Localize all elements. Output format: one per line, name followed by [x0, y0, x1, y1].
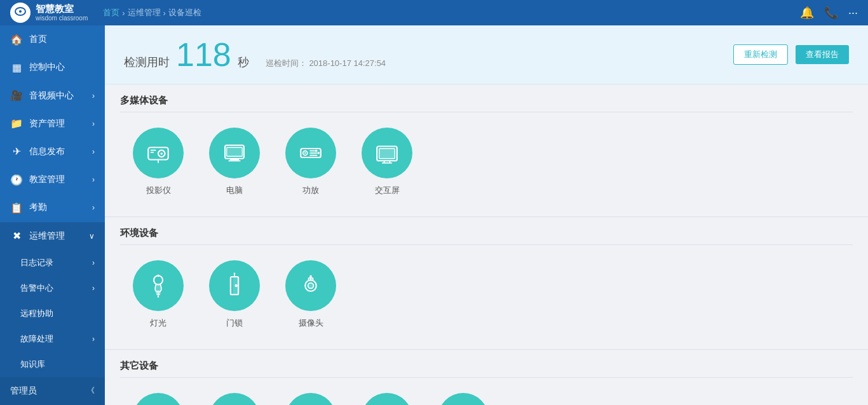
sidebar-sub-ops: 日志记录 › 告警中心 › 远程协助 故障处理 › 知识库 [0, 250, 105, 377]
sidebar-item-attendance[interactable]: 📋 考勤 › [0, 194, 105, 222]
svg-rect-16 [309, 152, 317, 154]
svg-rect-6 [151, 152, 154, 153]
sidebar-item-logs[interactable]: 日志记录 › [0, 250, 105, 276]
other-title: 其它设备 [120, 360, 853, 378]
ops-icon: ✖ [10, 230, 23, 242]
panel-circle [438, 393, 489, 405]
svg-point-30 [158, 296, 159, 298]
info-arrow: › [92, 147, 95, 156]
av-icon: 🎥 [10, 90, 23, 102]
header-time: 巡检时间： 2018-10-17 14:27:54 [266, 58, 386, 69]
header-right: 重新检测 查看报告 [733, 44, 849, 65]
amplifier-label: 功放 [302, 185, 319, 196]
logs-arrow: › [92, 258, 95, 267]
header-number: 118 [176, 38, 231, 71]
sidebar-admin[interactable]: 管理员 《 [0, 377, 105, 405]
svg-point-36 [234, 272, 236, 274]
svg-point-18 [315, 150, 318, 152]
top-bar-left: 智慧教室 wisdom classroom 首页 › 运维管理 › 设备巡检 [10, 3, 201, 23]
device-computer[interactable]: 电脑 [209, 128, 260, 196]
header-pre: 检测用时 [124, 55, 170, 70]
av-arrow: › [92, 91, 95, 100]
broadcast-circle [285, 393, 336, 405]
device-panel[interactable]: 控制面板 [438, 393, 489, 405]
breadcrumb: 首页 › 运维管理 › 设备巡检 [103, 7, 201, 18]
device-camera[interactable]: 摄像头 [285, 260, 336, 329]
sidebar-item-ops[interactable]: ✖ 运维管理 ∨ [0, 222, 105, 250]
sidebar-item-info[interactable]: ✈ 信息发布 › [0, 138, 105, 166]
report-button[interactable]: 查看报告 [796, 45, 849, 64]
classroom-arrow: › [92, 175, 95, 184]
device-projector[interactable]: 投影仪 [133, 128, 184, 196]
door-circle [209, 260, 260, 311]
main-content: 检测用时 118 秒 巡检时间： 2018-10-17 14:27:54 重新检… [105, 25, 868, 405]
top-bar: 智慧教室 wisdom classroom 首页 › 运维管理 › 设备巡检 🔔… [0, 0, 868, 25]
logo-text: 智慧教室 wisdom classroom [36, 3, 88, 22]
classroom-icon: 🕐 [10, 174, 23, 186]
interactive-circle [362, 128, 412, 178]
multimedia-title: 多媒体设备 [120, 95, 853, 112]
gateway-circle [133, 393, 184, 405]
camera-circle [285, 260, 336, 311]
layout: 🏠 首页 ▦ 控制中心 🎥 音视频中心 › 📁 资产管理 › ✈ 信息发布 › … [0, 25, 868, 405]
assets-arrow: › [92, 119, 95, 128]
environment-section: 环境设备 灯光 [105, 216, 868, 349]
admin-arrow: 《 [87, 385, 95, 396]
projector-circle [133, 128, 184, 178]
device-light[interactable]: 灯光 [133, 260, 184, 329]
sidebar-item-remote[interactable]: 远程协助 [0, 301, 105, 326]
svg-point-4 [161, 152, 163, 155]
sidebar-item-fault[interactable]: 故障处理 › [0, 326, 105, 352]
sidebar-item-knowledge[interactable]: 知识库 [0, 352, 105, 377]
svg-point-1 [19, 10, 22, 13]
amplifier-circle [285, 128, 336, 178]
computer-circle [209, 128, 260, 178]
logo-icon [10, 3, 31, 23]
environment-title: 环境设备 [120, 227, 853, 245]
device-amplifier[interactable]: 功放 [285, 128, 336, 196]
svg-rect-10 [228, 160, 240, 161]
alerts-arrow: › [92, 284, 95, 293]
device-door[interactable]: 门锁 [209, 260, 260, 329]
sidebar-item-av[interactable]: 🎥 音视频中心 › [0, 81, 105, 109]
svg-rect-17 [309, 155, 317, 156]
sidebar: 🏠 首页 ▦ 控制中心 🎥 音视频中心 › 📁 资产管理 › ✈ 信息发布 › … [0, 25, 105, 405]
control-icon: ▦ [10, 62, 23, 74]
breadcrumb-home[interactable]: 首页 [103, 7, 119, 18]
multimedia-grid: 投影仪 电脑 [120, 123, 853, 206]
device-gateway[interactable]: 智能网关 [133, 393, 184, 405]
device-software[interactable]: 智能软件 [209, 393, 260, 405]
svg-rect-21 [379, 149, 395, 159]
svg-point-41 [309, 275, 312, 277]
svg-rect-9 [230, 159, 239, 161]
multimedia-section: 多媒体设备 投影仪 [105, 84, 868, 216]
sidebar-item-classroom[interactable]: 🕐 教室管理 › [0, 166, 105, 194]
sidebar-item-assets[interactable]: 📁 资产管理 › [0, 110, 105, 138]
computer-label: 电脑 [226, 185, 243, 196]
svg-rect-11 [227, 147, 243, 156]
sidebar-item-home[interactable]: 🏠 首页 [0, 25, 105, 53]
device-phone[interactable]: IP电话 [362, 393, 412, 405]
ops-arrow: ∨ [89, 232, 95, 241]
device-interactive[interactable]: 交互屏 [362, 128, 412, 196]
other-section: 其它设备 智能网关 [105, 349, 868, 405]
light-circle [133, 260, 184, 311]
svg-point-19 [318, 152, 320, 154]
svg-point-33 [234, 284, 237, 287]
camera-label: 摄像头 [299, 317, 323, 329]
page-header: 检测用时 118 秒 巡检时间： 2018-10-17 14:27:54 重新检… [105, 25, 868, 84]
other-grid: 智能网关 智能软件 [120, 388, 853, 405]
projector-label: 投影仪 [146, 185, 171, 196]
fault-arrow: › [92, 335, 95, 343]
phone-icon[interactable]: 📞 [824, 6, 838, 20]
door-label: 门锁 [226, 317, 243, 329]
device-broadcast[interactable]: IP广播 [285, 393, 336, 405]
info-icon: ✈ [10, 145, 23, 157]
top-bar-right: 🔔 📞 ··· [800, 6, 858, 20]
recheck-button[interactable]: 重新检测 [733, 44, 788, 65]
more-icon[interactable]: ··· [848, 6, 858, 20]
sidebar-item-alerts[interactable]: 告警中心 › [0, 276, 105, 301]
attendance-icon: 📋 [10, 202, 23, 214]
notification-icon[interactable]: 🔔 [800, 6, 814, 20]
sidebar-item-control[interactable]: ▦ 控制中心 [0, 53, 105, 81]
